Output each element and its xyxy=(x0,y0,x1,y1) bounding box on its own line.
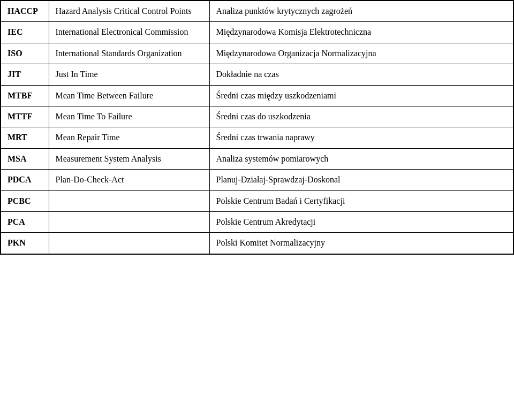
abbreviation-cell: PDCA xyxy=(1,170,49,190)
polish-cell: Średni czas między uszkodzeniami xyxy=(209,85,513,106)
abbreviation-cell: MTTF xyxy=(1,106,49,127)
abbreviation-cell: HACCP xyxy=(1,1,49,22)
table-row: JITJust In TimeDokładnie na czas xyxy=(1,64,513,85)
polish-cell: Analiza systemów pomiarowych xyxy=(209,148,513,169)
polish-cell: Polskie Centrum Badań i Certyfikacji xyxy=(209,190,513,211)
english-cell: Mean Time Between Failure xyxy=(49,85,209,106)
polish-cell: Planuj-Działaj-Sprawdzaj-Doskonal xyxy=(209,170,513,190)
polish-cell: Dokładnie na czas xyxy=(209,64,513,85)
table-row: MTTFMean Time To FailureŚredni czas do u… xyxy=(1,106,513,127)
abbreviation-cell: MSA xyxy=(1,148,49,169)
english-cell: International Electronical Commission xyxy=(49,22,209,43)
table-row: MSAMeasurement System AnalysisAnaliza sy… xyxy=(1,148,513,169)
table-row: PDCAPlan-Do-Check-ActPlanuj-Działaj-Spra… xyxy=(1,170,513,190)
abbreviation-cell: JIT xyxy=(1,64,49,85)
table-row: ISOInternational Standards OrganizationM… xyxy=(1,43,513,64)
table-row: PCBCPolskie Centrum Badań i Certyfikacji xyxy=(1,190,513,211)
abbreviation-cell: ISO xyxy=(1,43,49,64)
english-cell xyxy=(49,211,209,232)
abbreviation-cell: PKN xyxy=(1,233,49,254)
abbreviation-cell: PCA xyxy=(1,211,49,232)
abbreviation-cell: MTBF xyxy=(1,85,49,106)
polish-cell: Międzynarodowa Organizacja Normalizacyjn… xyxy=(209,43,513,64)
abbreviation-cell: IEC xyxy=(1,22,49,43)
english-cell: International Standards Organization xyxy=(49,43,209,64)
english-cell: Mean Time To Failure xyxy=(49,106,209,127)
english-cell: Just In Time xyxy=(49,64,209,85)
polish-cell: Polskie Centrum Akredytacji xyxy=(209,211,513,232)
english-cell: Mean Repair Time xyxy=(49,127,209,148)
english-cell: Plan-Do-Check-Act xyxy=(49,170,209,190)
table-row: MTBFMean Time Between FailureŚredni czas… xyxy=(1,85,513,106)
table-row: MRTMean Repair TimeŚredni czas trwania n… xyxy=(1,127,513,148)
table-row: PKNPolski Komitet Normalizacyjny xyxy=(1,233,513,254)
polish-cell: Międzynarodowa Komisja Elektrotechniczna xyxy=(209,22,513,43)
table-row: IECInternational Electronical Commission… xyxy=(1,22,513,43)
abbreviation-cell: PCBC xyxy=(1,190,49,211)
polish-cell: Średni czas do uszkodzenia xyxy=(209,106,513,127)
english-cell: Measurement System Analysis xyxy=(49,148,209,169)
english-cell xyxy=(49,190,209,211)
polish-cell: Analiza punktów krytycznych zagrożeń xyxy=(209,1,513,22)
abbreviations-table: HACCPHazard Analysis Critical Control Po… xyxy=(0,0,514,255)
table-row: HACCPHazard Analysis Critical Control Po… xyxy=(1,1,513,22)
english-cell: Hazard Analysis Critical Control Points xyxy=(49,1,209,22)
english-cell xyxy=(49,233,209,254)
polish-cell: Średni czas trwania naprawy xyxy=(209,127,513,148)
table-row: PCAPolskie Centrum Akredytacji xyxy=(1,211,513,232)
polish-cell: Polski Komitet Normalizacyjny xyxy=(209,233,513,254)
abbreviation-cell: MRT xyxy=(1,127,49,148)
